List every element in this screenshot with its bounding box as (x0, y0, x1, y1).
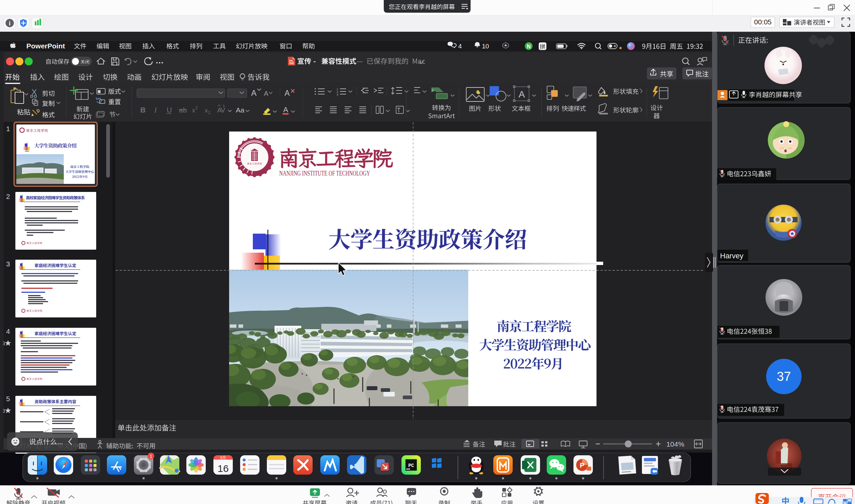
svg-text:B: B (140, 106, 146, 114)
svg-text:1: 1 (6, 125, 10, 132)
svg-text:PC: PC (408, 463, 414, 468)
svg-text:x: x (192, 107, 195, 114)
svg-text:2: 2 (208, 110, 210, 115)
svg-text:Harvey: Harvey (720, 252, 744, 260)
svg-text:37: 37 (777, 370, 791, 383)
svg-text:1: 1 (150, 453, 152, 459)
svg-text:U: U (167, 106, 172, 114)
svg-text:P: P (580, 461, 584, 469)
svg-text:104%: 104% (666, 440, 684, 448)
svg-text:A: A (251, 88, 257, 97)
svg-text:2: 2 (6, 193, 10, 200)
svg-text:10: 10 (482, 43, 489, 50)
svg-text:AV: AV (217, 106, 225, 114)
svg-text:00:05: 00:05 (754, 18, 772, 26)
svg-text:A: A (264, 90, 268, 97)
svg-text:3: 3 (6, 260, 10, 268)
svg-text:16: 16 (217, 463, 228, 474)
svg-text:4: 4 (458, 43, 462, 50)
svg-text:x: x (205, 107, 208, 114)
svg-text:9月: 9月 (220, 455, 226, 460)
svg-text:A: A (283, 106, 288, 114)
svg-text:2: 2 (195, 106, 198, 110)
svg-text:A: A (519, 89, 525, 100)
svg-text:N: N (527, 44, 531, 49)
svg-text:i: i (9, 20, 10, 27)
svg-text:Aa: Aa (236, 106, 244, 114)
svg-text:5: 5 (6, 395, 10, 402)
svg-text:A: A (284, 89, 290, 97)
svg-text:NANJING INSTITUTE OF TECHNOLOG: NANJING INSTITUTE OF TECHNOLOGY (279, 169, 370, 177)
svg-text:4: 4 (6, 327, 10, 335)
svg-text:PowerPoint: PowerPoint (27, 42, 65, 50)
svg-text:3: 3 (337, 93, 338, 96)
